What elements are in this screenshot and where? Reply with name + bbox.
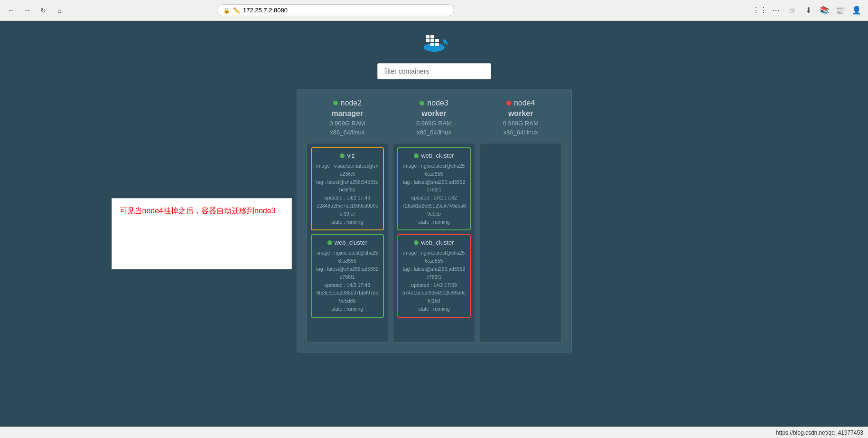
node2-wc-status-dot <box>327 240 332 245</box>
node2-header: node2 manager 0.969G RAM x86_64/linux <box>307 99 389 136</box>
main-panel: node2 manager 0.969G RAM x86_64/linux no… <box>297 89 572 352</box>
node4-header: node4 worker 0.969G RAM x86_64/linux <box>480 99 562 136</box>
node2-status-dot <box>333 101 338 105</box>
node2-arch: x86_64/linux <box>330 129 364 136</box>
node4-name-label: node4 <box>514 99 535 107</box>
docker-logo <box>420 30 448 54</box>
node3-wc1-tag: tag : latest@sha256:ad5552c786f1 <box>402 178 466 194</box>
home-button[interactable]: ⌂ <box>53 4 65 17</box>
viz-name: viz <box>347 152 355 159</box>
edit-icon: ✏️ <box>233 7 240 14</box>
annotation-text: 可见当node4挂掉之后，容器自动迁移到node3 <box>120 207 276 215</box>
viz-state: state : running <box>316 218 380 226</box>
filter-container <box>377 63 491 79</box>
filter-input[interactable] <box>377 63 491 79</box>
node4-ram: 0.969G RAM <box>503 120 539 127</box>
security-icon: 🔒 <box>223 7 230 14</box>
node3-wc1-title: web_cluster <box>402 152 466 159</box>
back-button[interactable]: ← <box>5 4 17 17</box>
svg-rect-5 <box>430 35 434 38</box>
bookmark-button[interactable]: ☆ <box>785 4 799 17</box>
node2-wc-image: image : nginx:latest@sha256:ad555 <box>316 249 380 265</box>
node2-wc-updated: updated : 14/2 17:43 <box>316 281 380 289</box>
annotation-box: 可见当node4挂掉之后，容器自动迁移到node3 <box>112 198 292 269</box>
node2-wc-name: web_cluster <box>335 239 367 246</box>
viz-info: image : visualizer:latest@sha256:5 tag :… <box>316 162 380 226</box>
reload-button[interactable]: ↻ <box>37 4 49 17</box>
svg-rect-6 <box>430 43 434 46</box>
account-button[interactable]: 👤 <box>850 4 863 17</box>
node2-webcluster-title: web_cluster <box>316 239 380 246</box>
node2-wc-hash: 6f53e3eca208bb37bb497da9e5d68 <box>316 289 380 305</box>
node2-role: manager <box>331 109 363 118</box>
node3-wc1-status-dot <box>414 153 419 158</box>
node2-viz-card: viz image : visualizer:latest@sha256:5 t… <box>311 147 384 230</box>
browser-action-icons: ⋮⋮ ⋯ ☆ ⬇ 📚 📰 👤 <box>753 4 863 17</box>
nodes-header: node2 manager 0.969G RAM x86_64/linux no… <box>307 99 562 136</box>
node3-name-label: node3 <box>427 99 448 107</box>
node3-column: web_cluster image : nginx:latest@sha256:… <box>393 143 475 343</box>
node2-wc-info: image : nginx:latest@sha256:ad555 tag : … <box>316 249 380 313</box>
node4-column <box>480 143 562 343</box>
node4-status-dot <box>506 101 511 105</box>
node3-wc2-info: image : nginx:latest@sha256:ad555 tag : … <box>402 249 466 313</box>
node2-wc-tag: tag : latest@sha256:ad5552c786f1 <box>316 265 380 281</box>
svg-rect-4 <box>426 35 429 38</box>
node3-name: node3 <box>420 99 448 107</box>
node3-header: node3 worker 0.969G RAM x86_64/linux <box>393 99 475 136</box>
node3-wc1-hash: 726a61d2539129a4749dea89d0cb <box>402 202 466 218</box>
node3-role: worker <box>421 109 446 118</box>
logo-area <box>420 21 448 63</box>
reader-button[interactable]: 📰 <box>834 4 847 17</box>
viz-hash: e2848a2f5e7ac19d9cd9b9ccf39fef <box>316 202 380 218</box>
svg-rect-1 <box>426 39 429 42</box>
node3-ram: 0.969G RAM <box>416 120 452 127</box>
svg-rect-3 <box>435 39 439 42</box>
svg-rect-7 <box>435 43 439 46</box>
extensions-button[interactable]: ⋮⋮ <box>753 4 766 17</box>
node2-column: viz image : visualizer:latest@sha256:5 t… <box>307 143 389 343</box>
node3-webcluster2-card: web_cluster image : nginx:latest@sha256:… <box>397 234 471 317</box>
node2-name-label: node2 <box>341 99 362 107</box>
node3-wc2-name: web_cluster <box>421 239 454 246</box>
viz-tag: tag : latest@sha256:54d65cbcbff52 <box>316 178 380 194</box>
svg-rect-2 <box>430 39 434 42</box>
download-button[interactable]: ⬇ <box>802 4 815 17</box>
forward-button[interactable]: → <box>21 4 33 17</box>
viz-status-dot <box>340 153 345 158</box>
node3-wc2-hash: b74a1beaaf9d54902fc59a9c6f160 <box>402 289 466 305</box>
node2-wc-state: state : running <box>316 305 380 313</box>
node4-name: node4 <box>506 99 535 107</box>
app-body: 可见当node4挂掉之后，容器自动迁移到node3 node2 manager … <box>0 21 868 438</box>
main-wrapper: 可见当node4挂掉之后，容器自动迁移到node3 node2 manager … <box>297 89 572 352</box>
containers-grid: viz image : visualizer:latest@sha256:5 t… <box>307 143 562 343</box>
node3-wc2-title: web_cluster <box>402 239 466 246</box>
node3-wc1-name: web_cluster <box>421 152 454 159</box>
library-button[interactable]: 📚 <box>818 4 831 17</box>
address-bar[interactable]: 🔒 ✏️ <box>217 4 454 16</box>
node2-name: node2 <box>333 99 362 107</box>
node3-status-dot <box>420 101 424 105</box>
node3-wc1-state: state : running <box>402 218 466 226</box>
node4-arch: x86_64/linux <box>504 129 538 136</box>
browser-toolbar: ← → ↻ ⌂ 🔒 ✏️ ⋮⋮ ⋯ ☆ ⬇ 📚 📰 👤 <box>0 0 868 21</box>
svg-point-8 <box>443 39 446 42</box>
menu-button[interactable]: ⋯ <box>769 4 783 17</box>
node3-wc1-updated: updated : 14/2 17:42 <box>402 194 466 202</box>
status-bar: https://blog.csdn.net/qq_41977453 <box>0 427 868 438</box>
node3-wc1-image: image : nginx:latest@sha256:ad555 <box>402 162 466 178</box>
node2-webcluster-card: web_cluster image : nginx:latest@sha256:… <box>311 234 384 317</box>
node3-wc2-status-dot <box>414 240 419 245</box>
node3-wc2-state: state : running <box>402 305 466 313</box>
node3-webcluster1-card: web_cluster image : nginx:latest@sha256:… <box>397 147 471 230</box>
node3-wc1-info: image : nginx:latest@sha256:ad555 tag : … <box>402 162 466 226</box>
node3-wc2-updated: updated : 14/2 17:59 <box>402 281 466 289</box>
viz-image: image : visualizer:latest@sha256:5 <box>316 162 380 178</box>
node4-role: worker <box>508 109 533 118</box>
node3-arch: x86_64/linux <box>417 129 451 136</box>
node3-wc2-image: image : nginx:latest@sha256:ad555 <box>402 249 466 265</box>
url-input[interactable] <box>243 7 448 14</box>
viz-updated: updated : 14/2 17:49 <box>316 194 380 202</box>
viz-card-title: viz <box>316 152 380 159</box>
status-bar-url: https://blog.csdn.net/qq_41977453 <box>776 429 863 436</box>
